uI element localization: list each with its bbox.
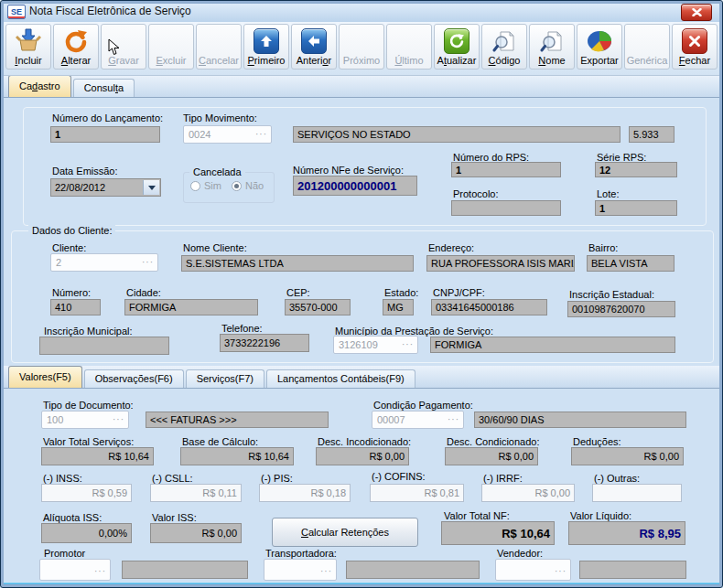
municipio-prestacao-lookup[interactable]: 3126109 ···	[333, 336, 418, 354]
numero-label: Número:	[52, 287, 91, 298]
serie-rps-field: 12	[595, 162, 677, 177]
data-emissao-value: 22/08/2012	[55, 182, 105, 193]
base-calculo-field: R$ 10,64	[180, 447, 294, 465]
deducoes-field: R$ 0,00	[571, 447, 684, 465]
include-box-icon	[16, 27, 41, 55]
csll-field: R$ 0,11	[150, 484, 242, 502]
desc-incodicionado-label: Desc. Incodicionado:	[318, 436, 411, 447]
radio-nao-label: Não	[245, 180, 264, 191]
cidade-field: FORMIGA	[124, 299, 258, 315]
window-close-button[interactable]	[681, 4, 712, 21]
protocolo-field	[451, 200, 561, 216]
lookup-dots-button[interactable]: ···	[320, 561, 332, 581]
vendedor-lookup[interactable]: ···	[495, 559, 571, 581]
toolbar-button-incluir[interactable]: Incluir	[5, 24, 51, 69]
toolbar-button-nome[interactable]: Nome	[529, 24, 575, 69]
promotor-lookup[interactable]: ···	[39, 559, 111, 581]
tab-consulta[interactable]: Consulta	[73, 79, 135, 97]
cliente-label: Cliente:	[52, 242, 86, 253]
data-emissao-combo[interactable]: 22/08/2012	[50, 178, 161, 197]
cliente-code: 2	[56, 257, 61, 268]
nome-cliente-field: S.E.SISTEMAS LTDA	[181, 255, 414, 272]
dropdown-button[interactable]	[143, 180, 159, 195]
cancelada-label: Cancelada	[189, 166, 245, 177]
toolbar-button-label: Próximo	[343, 55, 380, 66]
tab-lancamentos-contabeis-f9[interactable]: Lançamentos Contábeis(F9)	[266, 369, 415, 388]
irrf-label: (-) IRRF:	[483, 473, 523, 484]
refresh-green-icon	[444, 28, 469, 54]
tab-valores-f5[interactable]: Valores(F5)	[8, 366, 82, 388]
toolbar-button-fechar[interactable]: Fechar	[672, 24, 718, 69]
valor-liquido-label: Valor Líquido:	[570, 510, 631, 521]
toolbar-button-label: Anterior	[297, 55, 332, 66]
chevron-down-icon	[148, 186, 156, 190]
lookup-dots-button[interactable]: ···	[113, 412, 124, 428]
toolbar-button-ultimo: Último	[386, 24, 432, 69]
transportadora-label: Transportadora:	[265, 548, 337, 559]
condicao-pagamento-label: Condição Pagamento:	[373, 400, 473, 411]
lookup-dots-button[interactable]: ···	[142, 254, 154, 271]
cofins-label: (-) COFINS:	[372, 471, 426, 482]
toolbar-button-label: Genérica	[627, 55, 668, 66]
toolbar-button-cancelar: Cancelar	[196, 24, 242, 69]
valor-total-nf-label: Valor Total NF:	[444, 510, 510, 521]
municipio-prestacao-desc-field: FORMIGA	[430, 337, 675, 353]
toolbar-button-label: Gravar	[108, 55, 139, 66]
search-code-icon	[492, 27, 516, 55]
tipo-documento-desc-field: <<< FATURAS >>>	[146, 412, 329, 428]
aliquota-iss-field: 0,00%	[41, 523, 132, 543]
lookup-dots-button[interactable]: ···	[94, 561, 106, 581]
calcular-retencoes-button[interactable]: Calcular Retenções	[272, 518, 418, 547]
irrf-field: R$ 0,00	[481, 484, 575, 502]
tab-servicos-f7[interactable]: Serviços(F7)	[186, 369, 264, 388]
toolbar: Incluir Alterar Gravar Excluir	[4, 22, 719, 76]
arrow-up-blue-icon	[254, 28, 279, 54]
nome-cliente-label: Nome Cliente:	[183, 242, 247, 253]
toolbar-button-label: Excluir	[156, 55, 186, 66]
window-bottom-glow	[4, 583, 719, 584]
toolbar-button-alterar[interactable]: Alterar	[53, 24, 99, 69]
outras-label: (-) Outras:	[594, 473, 640, 484]
tipo-movimento-lookup[interactable]: 0024 ···	[183, 125, 272, 144]
transportadora-desc-field	[346, 561, 480, 579]
valor-iss-label: Valor ISS:	[152, 512, 197, 523]
toolbar-button-codigo[interactable]: Código	[481, 24, 527, 69]
inss-label: (-) INSS:	[43, 473, 82, 484]
toolbar-button-anterior[interactable]: Anterior	[291, 24, 337, 69]
toolbar-button-label: Incluir	[15, 55, 41, 66]
toolbar-button-atualizar[interactable]: Atualizar	[434, 24, 480, 69]
nfe-servico-label: Número NFe de Serviço:	[293, 165, 404, 176]
radio-nao-icon	[232, 181, 242, 191]
tab-cadastro[interactable]: Cadastro	[8, 75, 71, 97]
valor-total-servicos-field: R$ 10,64	[41, 447, 154, 465]
condicao-pagamento-lookup[interactable]: 00007 ···	[372, 411, 464, 429]
tab-observacoes-f6[interactable]: Observações(F6)	[84, 369, 184, 388]
promotor-label: Promotor	[44, 548, 85, 559]
window-close-icon	[692, 8, 702, 16]
toolbar-button-exportar[interactable]: Exportar	[577, 24, 622, 69]
condicao-pagamento-desc-field: 30/60/90 DIAS	[474, 412, 686, 428]
endereco-label: Endereço:	[428, 242, 474, 253]
close-red-icon	[682, 28, 707, 54]
toolbar-button-label: Fechar	[679, 55, 710, 66]
lookup-dots-button[interactable]: ···	[448, 412, 459, 428]
pis-label: (-) PIS:	[261, 473, 293, 484]
lookup-dots-button[interactable]: ···	[255, 126, 267, 143]
base-calculo-label: Base de Cálculo:	[182, 436, 258, 447]
vendedor-desc-field	[579, 561, 686, 579]
lookup-dots-button[interactable]: ···	[402, 337, 414, 353]
valor-total-nf-field: R$ 10,64	[441, 521, 555, 545]
promotor-desc-field	[122, 561, 248, 579]
app-logo-icon: SE	[7, 5, 26, 19]
valor-total-servicos-label: Valor Total Serviços:	[43, 436, 134, 447]
transportadora-lookup[interactable]: ···	[264, 559, 337, 581]
toolbar-button-primeiro[interactable]: Primeiro	[243, 24, 289, 69]
tipo-documento-lookup[interactable]: 100 ···	[41, 411, 129, 429]
toolbar-button-generica: Genérica	[624, 24, 670, 69]
lote-label: Lote:	[597, 188, 619, 199]
tipo-documento-code: 100	[47, 414, 63, 425]
main-tabstrip: Cadastro Consulta	[4, 75, 719, 98]
lookup-dots-button[interactable]: ···	[555, 561, 567, 581]
inscricao-estadual-label: Inscrição Estadual:	[569, 289, 654, 300]
cliente-lookup[interactable]: 2 ···	[50, 253, 158, 272]
